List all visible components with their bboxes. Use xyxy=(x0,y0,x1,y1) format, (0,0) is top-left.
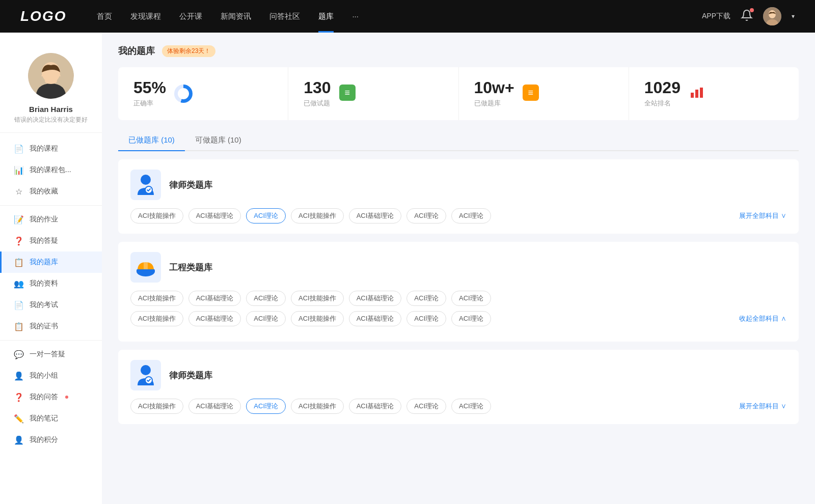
avatar[interactable] xyxy=(763,7,781,25)
eng-tag-r2-4[interactable]: ACI基础理论 xyxy=(349,311,402,326)
bank-tags-lawyer2: ACI技能操作 ACI基础理论 ACI理论 ACI技能操作 ACI基础理论 AC… xyxy=(130,399,786,414)
lawyer-tag-0[interactable]: ACI技能操作 xyxy=(130,208,183,223)
course-packages-icon: 📊 xyxy=(14,165,23,175)
tab-done-banks[interactable]: 已做题库 (10) xyxy=(118,130,185,150)
sidebar-item-certificates[interactable]: 📋 我的证书 xyxy=(0,316,102,337)
lawyer2-tag-6[interactable]: ACI理论 xyxy=(451,399,491,414)
nav-news[interactable]: 新闻资讯 xyxy=(221,12,251,21)
bank-card-engineering: 工程类题库 ACI技能操作 ACI基础理论 ACI理论 ACI技能操作 ACI基… xyxy=(118,242,799,342)
menu-divider-2 xyxy=(0,340,102,341)
eng-tag-r2-1[interactable]: ACI基础理论 xyxy=(188,311,241,326)
sidebar: Brian Harris 错误的决定比没有决定要好 📄 我的课程 📊 我的课程包… xyxy=(0,33,102,504)
sidebar-item-exams[interactable]: 📄 我的考试 xyxy=(0,294,102,316)
bar-chart-icon xyxy=(690,86,704,100)
stat-text-accuracy: 55% 正确率 xyxy=(133,79,166,108)
page-header: 我的题库 体验剩余23天！ xyxy=(118,45,799,57)
lawyer2-tag-2[interactable]: ACI理论 xyxy=(246,399,286,414)
lawyer2-tag-5[interactable]: ACI理论 xyxy=(406,399,446,414)
bank-icon-engineering xyxy=(130,252,161,283)
notes-icon: ✏️ xyxy=(14,414,23,423)
lawyer-tag-3[interactable]: ACI技能操作 xyxy=(291,208,344,223)
sidebar-item-course-packages[interactable]: 📊 我的课程包... xyxy=(0,159,102,181)
lawyer-expand-button[interactable]: 展开全部科目 ∨ xyxy=(739,211,786,220)
lawyer2-person-icon xyxy=(133,363,158,387)
svg-rect-5 xyxy=(691,93,694,98)
eng-tag-r1-5[interactable]: ACI理论 xyxy=(406,291,446,306)
app-download-button[interactable]: APP下载 xyxy=(702,12,730,21)
page-title: 我的题库 xyxy=(118,45,155,57)
sidebar-item-qa[interactable]: ❓ 我的答疑 xyxy=(0,230,102,251)
lawyer-tag-6[interactable]: ACI理论 xyxy=(451,208,491,223)
sidebar-item-my-data[interactable]: 👥 我的资料 xyxy=(0,273,102,294)
eng-tag-r1-1[interactable]: ACI基础理论 xyxy=(188,291,241,306)
sidebar-item-favorites[interactable]: ☆ 我的收藏 xyxy=(0,181,102,202)
eng-tag-r1-6[interactable]: ACI理论 xyxy=(451,291,491,306)
sidebar-menu: 📄 我的课程 📊 我的课程包... ☆ 我的收藏 📝 我的作业 ❓ 我的答疑 � xyxy=(0,133,102,456)
nav-qa[interactable]: 问答社区 xyxy=(269,12,300,21)
sidebar-item-my-courses[interactable]: 📄 我的课程 xyxy=(0,138,102,159)
qa-label: 我的答疑 xyxy=(30,236,58,245)
eng-tag-r2-3[interactable]: ACI技能操作 xyxy=(291,311,344,326)
stat-text-ranking: 1029 全站排名 xyxy=(644,79,681,108)
lawyer-tag-1[interactable]: ACI基础理论 xyxy=(188,208,241,223)
my-courses-icon: 📄 xyxy=(14,144,23,153)
eng-tag-r2-6[interactable]: ACI理论 xyxy=(451,311,491,326)
eng-tag-r1-0[interactable]: ACI技能操作 xyxy=(130,291,183,306)
stat-value-accuracy: 55% xyxy=(133,79,166,96)
accuracy-pie-chart xyxy=(174,85,193,103)
lawyer2-tag-3[interactable]: ACI技能操作 xyxy=(291,399,344,414)
lawyer-tag-2[interactable]: ACI理论 xyxy=(246,208,286,223)
stat-text-done-banks: 10w+ 已做题库 xyxy=(474,79,514,108)
stat-card-ranking: 1029 全站排名 xyxy=(629,67,799,120)
nav-more[interactable]: ··· xyxy=(352,12,359,21)
user-motto: 错误的决定比没有决定要好 xyxy=(6,116,96,124)
exams-label: 我的考试 xyxy=(30,300,58,310)
nav-discover[interactable]: 发现课程 xyxy=(130,12,161,21)
lawyer2-expand-button[interactable]: 展开全部科目 ∨ xyxy=(739,402,786,411)
exams-icon: 📄 xyxy=(14,300,23,310)
sidebar-item-groups[interactable]: 👤 我的小组 xyxy=(0,365,102,386)
eng-tag-r1-3[interactable]: ACI技能操作 xyxy=(291,291,344,306)
stat-label-accuracy: 正确率 xyxy=(133,99,166,108)
lawyer-tag-5[interactable]: ACI理论 xyxy=(406,208,446,223)
lawyer2-tag-1[interactable]: ACI基础理论 xyxy=(188,399,241,414)
bank-tags-engineering-row2: ACI技能操作 ACI基础理论 ACI理论 ACI技能操作 ACI基础理论 AC… xyxy=(130,311,786,326)
done-questions-icon: ≡ xyxy=(339,85,356,101)
sidebar-item-points[interactable]: 👤 我的积分 xyxy=(0,429,102,451)
logo[interactable]: LOGO xyxy=(20,8,66,24)
lawyer-tag-4[interactable]: ACI基础理论 xyxy=(349,208,402,223)
stat-icon-accuracy xyxy=(174,85,193,103)
stat-icon-ranking xyxy=(689,85,707,103)
sidebar-item-homework[interactable]: 📝 我的作业 xyxy=(0,209,102,230)
qa-icon: ❓ xyxy=(14,236,23,245)
lawyer2-tag-4[interactable]: ACI基础理论 xyxy=(349,399,402,414)
sidebar-item-question-bank[interactable]: 📋 我的题库 xyxy=(0,251,102,273)
nav-open-course[interactable]: 公开课 xyxy=(179,12,202,21)
engineering-collapse-button[interactable]: 收起全部科目 ∧ xyxy=(739,314,786,323)
eng-tag-r1-4[interactable]: ACI基础理论 xyxy=(349,291,402,306)
lawyer-person-icon xyxy=(133,173,158,197)
eng-tag-r2-0[interactable]: ACI技能操作 xyxy=(130,311,183,326)
sidebar-item-notes[interactable]: ✏️ 我的笔记 xyxy=(0,408,102,429)
eng-tag-r2-5[interactable]: ACI理论 xyxy=(406,311,446,326)
nav-question-bank[interactable]: 题库 xyxy=(318,12,334,21)
sidebar-item-one-on-one[interactable]: 💬 一对一答疑 xyxy=(0,344,102,365)
eng-tag-r2-2[interactable]: ACI理论 xyxy=(246,311,286,326)
points-label: 我的积分 xyxy=(30,435,58,444)
tab-available-banks[interactable]: 可做题库 (10) xyxy=(185,130,252,150)
nav-home[interactable]: 首页 xyxy=(97,12,112,21)
lawyer2-tag-0[interactable]: ACI技能操作 xyxy=(130,399,183,414)
groups-icon: 👤 xyxy=(14,371,23,380)
my-qa-icon: ❓ xyxy=(14,393,23,402)
my-qa-label: 我的问答 xyxy=(30,393,58,402)
eng-tag-r1-2[interactable]: ACI理论 xyxy=(246,291,286,306)
sidebar-item-my-qa[interactable]: ❓ 我的问答 xyxy=(0,386,102,408)
svg-point-13 xyxy=(141,365,151,375)
notification-bell[interactable] xyxy=(741,9,753,23)
svg-point-8 xyxy=(141,175,151,185)
user-dropdown-arrow[interactable]: ▾ xyxy=(792,13,795,20)
bank-icon-lawyer2 xyxy=(130,360,161,390)
stat-label-done-questions: 已做试题 xyxy=(304,99,331,108)
homework-icon: 📝 xyxy=(14,215,23,224)
bank-title-engineering: 工程类题库 xyxy=(169,262,212,273)
